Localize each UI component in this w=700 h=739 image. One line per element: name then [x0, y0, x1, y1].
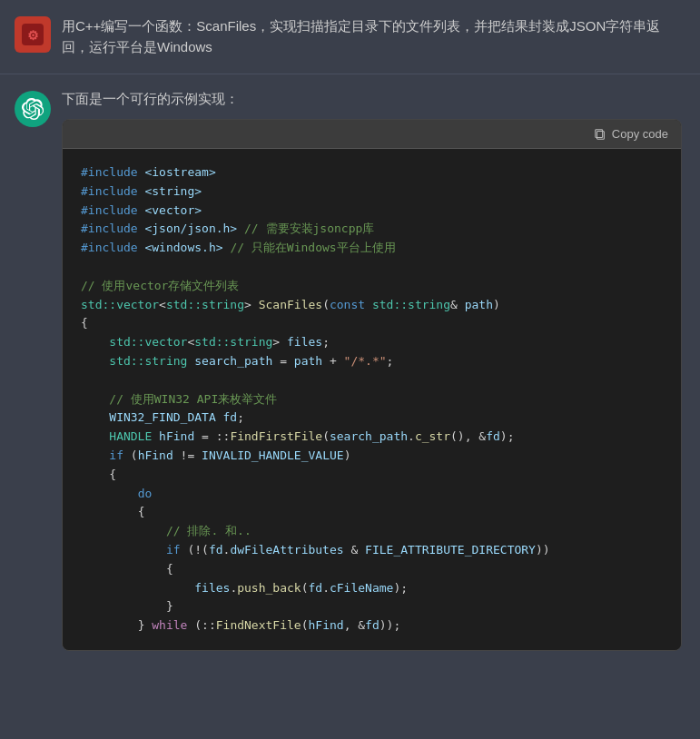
- copy-code-button[interactable]: Copy code: [594, 127, 668, 141]
- assistant-response-content: 下面是一个可行的示例实现： Copy code #include <iostre…: [62, 91, 682, 651]
- code-pre: #include <iostream> #include <string> #i…: [81, 163, 663, 636]
- user-avatar: ⚙: [15, 16, 51, 53]
- assistant-avatar: [15, 91, 51, 127]
- user-message-text: 用C++编写一个函数：ScanFiles，实现扫描指定目录下的文件列表，并把结果…: [62, 16, 682, 57]
- user-message-container: ⚙ 用C++编写一个函数：ScanFiles，实现扫描指定目录下的文件列表，并把…: [0, 0, 700, 74]
- response-intro-text: 下面是一个可行的示例实现：: [62, 91, 682, 108]
- openai-icon: [22, 98, 44, 120]
- svg-text:⚙: ⚙: [27, 28, 39, 43]
- copy-label: Copy code: [612, 127, 668, 141]
- code-block: Copy code #include <iostream> #include <…: [62, 119, 682, 651]
- code-content: #include <iostream> #include <string> #i…: [63, 149, 681, 650]
- assistant-message-container: 下面是一个可行的示例实现： Copy code #include <iostre…: [0, 74, 700, 667]
- code-block-header: Copy code: [63, 120, 681, 149]
- copy-icon: [594, 128, 606, 141]
- user-avatar-icon: ⚙: [20, 22, 45, 47]
